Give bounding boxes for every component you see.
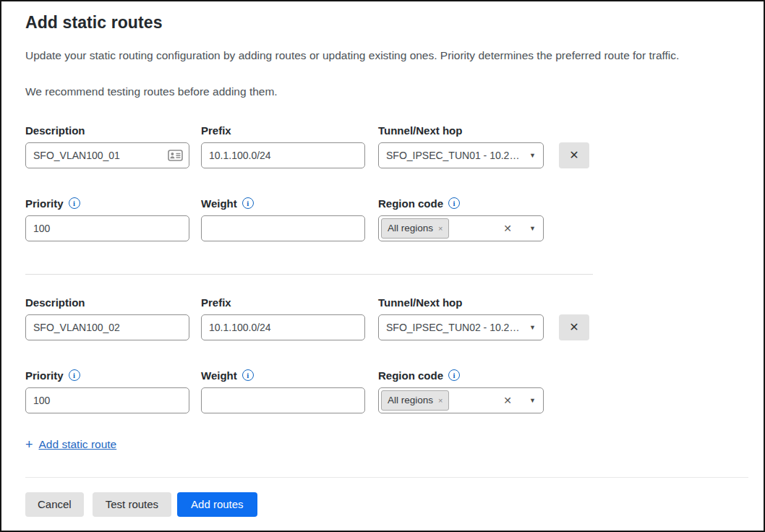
remove-route-button[interactable]: ✕ xyxy=(559,142,589,168)
prefix-label: Prefix xyxy=(201,296,365,309)
dialog-description: Update your static routing configuration… xyxy=(25,48,747,64)
region-code-select[interactable]: All regions × ✕ ▼ xyxy=(378,387,544,413)
caret-down-icon[interactable]: ▼ xyxy=(529,324,536,331)
route-entry: Description Prefix Tunnel/Next hop SFO_I xyxy=(25,296,747,413)
tunnel-select[interactable]: SFO_IPSEC_TUN01 - 10.25... ▼ xyxy=(378,142,544,168)
plus-icon: + xyxy=(25,437,33,452)
route-entry: Description xyxy=(25,124,747,241)
description-label: Description xyxy=(25,124,189,137)
remove-tag-icon[interactable]: × xyxy=(438,396,443,405)
caret-down-icon[interactable]: ▼ xyxy=(529,152,536,159)
weight-label: Weight i xyxy=(201,369,365,382)
info-icon[interactable]: i xyxy=(242,197,254,209)
add-routes-button[interactable]: Add routes xyxy=(177,492,257,517)
info-icon[interactable]: i xyxy=(448,197,460,209)
tunnel-select[interactable]: SFO_IPSEC_TUN02 - 10.25... ▼ xyxy=(378,314,544,340)
tunnel-label: Tunnel/Next hop xyxy=(378,124,544,137)
info-icon[interactable]: i xyxy=(69,197,80,209)
routes-list: Description xyxy=(25,124,747,452)
info-icon[interactable]: i xyxy=(448,369,460,381)
priority-label: Priority i xyxy=(25,197,189,210)
description-label: Description xyxy=(25,296,189,309)
weight-label: Weight i xyxy=(201,197,365,210)
region-code-label: Region code i xyxy=(378,369,544,382)
region-tag: All regions × xyxy=(381,390,449,411)
caret-down-icon[interactable]: ▼ xyxy=(529,397,536,404)
dialog-footer: Cancel Test routes Add routes xyxy=(25,477,748,531)
prefix-input[interactable] xyxy=(201,314,365,340)
route-divider xyxy=(25,274,593,275)
clear-selection-icon[interactable]: ✕ xyxy=(503,223,512,234)
test-routes-button[interactable]: Test routes xyxy=(93,492,171,517)
priority-input[interactable] xyxy=(25,387,189,413)
priority-label: Priority i xyxy=(25,369,189,382)
prefix-label: Prefix xyxy=(201,124,365,137)
contact-card-icon[interactable] xyxy=(168,149,183,161)
close-icon: ✕ xyxy=(569,320,578,334)
remove-tag-icon[interactable]: × xyxy=(438,224,443,233)
description-input[interactable] xyxy=(25,314,189,340)
info-icon[interactable]: i xyxy=(242,369,254,381)
page-title: Add static routes xyxy=(25,13,747,33)
close-icon: ✕ xyxy=(569,148,578,162)
dialog-recommendation: We recommend testing routes before addin… xyxy=(25,85,747,100)
clear-selection-icon[interactable]: ✕ xyxy=(503,395,512,406)
description-input[interactable] xyxy=(25,142,189,168)
priority-input[interactable] xyxy=(25,215,189,241)
add-static-routes-dialog: Add static routes Update your static rou… xyxy=(0,0,765,532)
tunnel-label: Tunnel/Next hop xyxy=(378,296,544,309)
prefix-input[interactable] xyxy=(201,142,365,168)
cancel-button[interactable]: Cancel xyxy=(25,492,84,517)
info-icon[interactable]: i xyxy=(69,369,80,381)
remove-route-button[interactable]: ✕ xyxy=(559,314,589,340)
weight-input[interactable] xyxy=(201,387,365,413)
region-code-select[interactable]: All regions × ✕ ▼ xyxy=(378,215,544,241)
add-static-route-link[interactable]: Add static route xyxy=(39,438,117,451)
region-tag: All regions × xyxy=(381,218,449,239)
caret-down-icon[interactable]: ▼ xyxy=(529,225,536,232)
region-code-label: Region code i xyxy=(378,197,544,210)
weight-input[interactable] xyxy=(201,215,365,241)
